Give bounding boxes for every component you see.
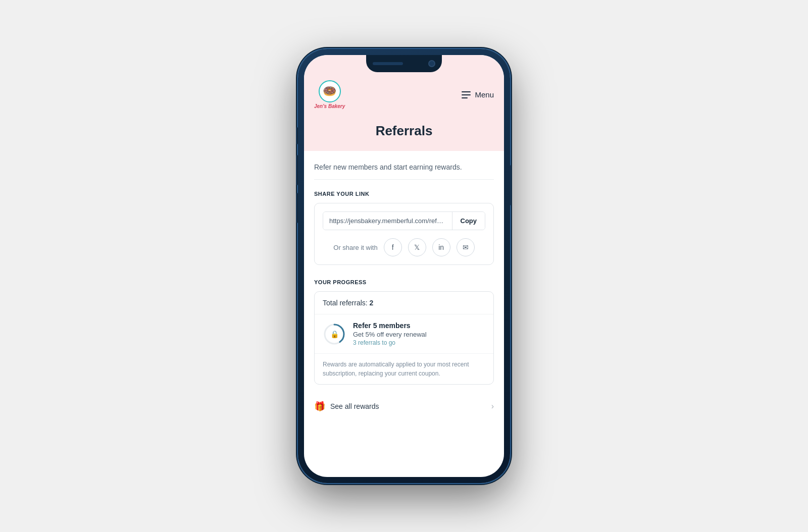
total-referrals: Total referrals: 2 bbox=[315, 292, 493, 314]
reward-remaining: 3 referrals to go bbox=[353, 339, 485, 346]
twitter-share-button[interactable]: 𝕏 bbox=[408, 238, 426, 256]
total-label: Total referrals: bbox=[323, 299, 368, 307]
phone-screen: 🍩 Jen's Bakery Menu Referrals bbox=[304, 55, 504, 477]
share-section-label: SHARE YOUR LINK bbox=[314, 191, 494, 197]
logo-circle: 🍩 bbox=[319, 80, 341, 102]
power-button bbox=[510, 165, 512, 205]
menu-label: Menu bbox=[475, 90, 494, 99]
page-title-section: Referrals bbox=[304, 118, 504, 151]
total-count: 2 bbox=[370, 299, 374, 307]
chevron-right-icon: › bbox=[491, 402, 494, 411]
volume-up-button bbox=[296, 155, 298, 185]
twitter-icon: 𝕏 bbox=[414, 243, 420, 251]
copy-button[interactable]: Copy bbox=[452, 212, 485, 230]
email-share-button[interactable]: ✉ bbox=[457, 238, 475, 256]
referral-link: https://jensbakery.memberful.com/referra bbox=[323, 212, 452, 230]
facebook-icon: f bbox=[392, 243, 394, 251]
link-row: https://jensbakery.memberful.com/referra… bbox=[323, 211, 485, 230]
progress-box: Total referrals: 2 bbox=[314, 291, 494, 385]
progress-circle: 🔒 bbox=[323, 323, 346, 346]
menu-button[interactable]: Menu bbox=[462, 90, 494, 99]
facebook-share-button[interactable]: f bbox=[384, 238, 402, 256]
divider bbox=[314, 179, 494, 180]
main-content: Refer new members and start earning rewa… bbox=[304, 151, 504, 432]
linkedin-icon: in bbox=[438, 243, 444, 251]
reward-title: Refer 5 members bbox=[353, 322, 485, 330]
hamburger-icon bbox=[462, 91, 471, 98]
reward-description: Get 5% off every renewal bbox=[353, 331, 485, 338]
screen-content: 🍩 Jen's Bakery Menu Referrals bbox=[304, 55, 504, 477]
notch bbox=[366, 55, 442, 72]
see-all-left: 🎁 See all rewards bbox=[314, 401, 379, 412]
notch-speaker bbox=[373, 62, 403, 65]
page-title: Referrals bbox=[314, 123, 494, 139]
lock-icon: 🔒 bbox=[330, 330, 339, 338]
reward-info: Refer 5 members Get 5% off every renewal… bbox=[353, 322, 485, 346]
gift-icon: 🎁 bbox=[314, 401, 325, 412]
share-label: Or share it with bbox=[333, 244, 377, 251]
share-row: Or share it with f 𝕏 in ✉ bbox=[323, 238, 485, 256]
phone-wrapper: 🍩 Jen's Bakery Menu Referrals bbox=[298, 49, 510, 483]
page-subtitle: Refer new members and start earning rewa… bbox=[314, 163, 494, 171]
volume-down-button bbox=[296, 193, 298, 223]
donut-icon: 🍩 bbox=[323, 85, 336, 98]
logo-area: 🍩 Jen's Bakery bbox=[314, 80, 345, 109]
see-all-text: See all rewards bbox=[330, 402, 379, 410]
progress-section-label: YOUR PROGRESS bbox=[314, 279, 494, 285]
notch-camera bbox=[428, 60, 435, 67]
see-all-rewards-row[interactable]: 🎁 See all rewards › bbox=[314, 393, 494, 420]
logo-text: Jen's Bakery bbox=[314, 103, 345, 109]
linkedin-share-button[interactable]: in bbox=[432, 238, 450, 256]
email-icon: ✉ bbox=[463, 243, 469, 251]
silent-button bbox=[296, 127, 298, 144]
share-box: https://jensbakery.memberful.com/referra… bbox=[314, 203, 494, 265]
reward-note: Rewards are automatically applied to you… bbox=[315, 354, 493, 384]
reward-row: 🔒 Refer 5 members Get 5% off every renew… bbox=[315, 314, 493, 354]
